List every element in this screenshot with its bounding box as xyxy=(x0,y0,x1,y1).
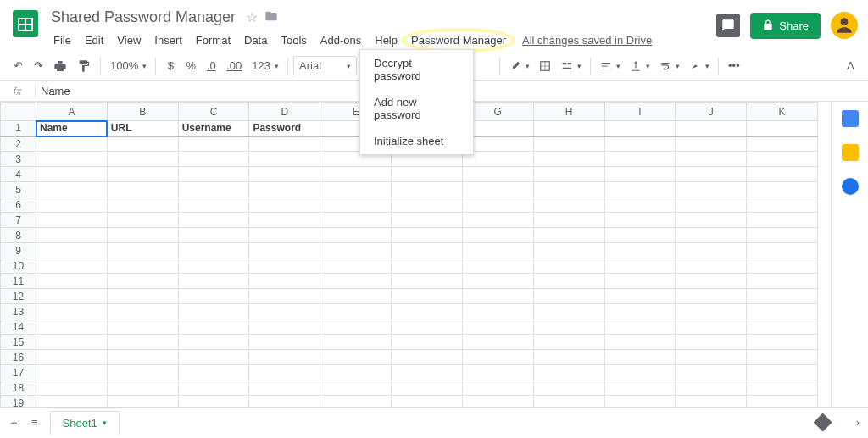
more-formats-button[interactable]: 123 xyxy=(248,56,282,75)
cell[interactable] xyxy=(107,243,178,258)
cell[interactable] xyxy=(107,167,178,182)
cell[interactable] xyxy=(249,304,320,319)
cell[interactable] xyxy=(36,197,108,213)
cell[interactable] xyxy=(462,258,533,274)
cell[interactable] xyxy=(747,197,818,213)
cell[interactable] xyxy=(249,213,320,228)
row-header[interactable]: 16 xyxy=(1,350,36,365)
sheet-tab[interactable]: Sheet1 ▾ xyxy=(50,411,120,435)
valign-button[interactable] xyxy=(626,57,654,75)
menu-addons[interactable]: Add-ons xyxy=(314,31,367,49)
zoom-select[interactable]: 100% xyxy=(106,56,150,75)
calendar-addon-icon[interactable] xyxy=(842,110,859,127)
cell[interactable] xyxy=(320,365,392,380)
cell[interactable] xyxy=(36,243,108,258)
cell[interactable] xyxy=(676,197,747,213)
cell[interactable] xyxy=(249,365,320,380)
add-sheet-button[interactable]: ＋ xyxy=(8,415,19,430)
star-icon[interactable]: ☆ xyxy=(246,9,258,25)
increase-decimal-button[interactable]: .00 xyxy=(222,56,246,75)
column-header[interactable]: J xyxy=(676,103,747,121)
cell[interactable] xyxy=(462,167,533,182)
cell[interactable] xyxy=(249,380,320,396)
font-select[interactable]: Arial ▾ xyxy=(293,56,357,75)
cell[interactable] xyxy=(36,335,108,350)
cell[interactable] xyxy=(747,228,818,243)
cell[interactable] xyxy=(107,274,178,289)
row-header[interactable]: 8 xyxy=(1,228,36,243)
cell[interactable] xyxy=(249,350,320,365)
cell[interactable] xyxy=(249,167,320,182)
cell[interactable] xyxy=(107,136,178,152)
cell[interactable] xyxy=(107,213,178,228)
row-header[interactable]: 19 xyxy=(1,396,36,408)
cell[interactable] xyxy=(249,319,320,335)
cell[interactable] xyxy=(676,258,747,274)
cell[interactable] xyxy=(604,167,676,182)
cell[interactable] xyxy=(676,152,747,167)
menu-edit[interactable]: Edit xyxy=(79,31,109,49)
cell[interactable] xyxy=(676,228,747,243)
cell[interactable] xyxy=(36,304,108,319)
cell[interactable] xyxy=(747,335,818,350)
cell[interactable] xyxy=(107,182,178,197)
cell[interactable] xyxy=(178,167,249,182)
tasks-addon-icon[interactable] xyxy=(842,178,859,195)
cell[interactable] xyxy=(747,274,818,289)
menu-password-manager[interactable]: Password Manager xyxy=(405,31,512,49)
cell[interactable] xyxy=(533,380,604,396)
cell[interactable] xyxy=(36,380,108,396)
cell[interactable] xyxy=(392,365,463,380)
cell[interactable] xyxy=(533,152,604,167)
column-header[interactable]: D xyxy=(249,103,320,121)
menu-data[interactable]: Data xyxy=(238,31,273,49)
undo-button[interactable]: ↶ xyxy=(8,56,27,75)
cell[interactable] xyxy=(604,380,676,396)
cell[interactable] xyxy=(107,258,178,274)
cell[interactable] xyxy=(676,335,747,350)
cell[interactable] xyxy=(36,319,108,335)
cell[interactable] xyxy=(107,289,178,304)
cell[interactable] xyxy=(747,258,818,274)
cell[interactable] xyxy=(747,243,818,258)
cell[interactable] xyxy=(36,350,108,365)
more-toolbar-button[interactable]: ••• xyxy=(724,56,744,75)
cell[interactable] xyxy=(249,243,320,258)
cell[interactable] xyxy=(604,319,676,335)
cell[interactable] xyxy=(392,213,463,228)
currency-button[interactable]: $ xyxy=(161,56,180,75)
cell[interactable] xyxy=(676,319,747,335)
cell[interactable] xyxy=(320,258,392,274)
cell[interactable] xyxy=(392,197,463,213)
cell[interactable] xyxy=(249,152,320,167)
cell[interactable] xyxy=(249,274,320,289)
cell[interactable] xyxy=(604,197,676,213)
cell[interactable] xyxy=(36,152,108,167)
cell[interactable] xyxy=(747,182,818,197)
row-header[interactable]: 13 xyxy=(1,304,36,319)
comments-icon[interactable] xyxy=(716,14,740,37)
cell[interactable] xyxy=(178,243,249,258)
all-sheets-button[interactable]: ≡ xyxy=(31,416,38,429)
cell[interactable] xyxy=(533,304,604,319)
share-button[interactable]: Share xyxy=(750,13,821,39)
percent-button[interactable]: % xyxy=(181,56,200,75)
menu-add-new-password[interactable]: Add new password xyxy=(360,89,473,128)
collapse-toolbar-button[interactable]: ᐱ xyxy=(847,59,860,72)
cell[interactable] xyxy=(676,396,747,408)
cell[interactable] xyxy=(604,289,676,304)
cell[interactable] xyxy=(604,152,676,167)
cell[interactable] xyxy=(462,243,533,258)
cell[interactable] xyxy=(392,182,463,197)
cell[interactable] xyxy=(462,213,533,228)
cell[interactable] xyxy=(462,274,533,289)
cell[interactable] xyxy=(320,274,392,289)
cell[interactable] xyxy=(107,350,178,365)
cell[interactable] xyxy=(747,167,818,182)
cell[interactable] xyxy=(533,182,604,197)
cell[interactable] xyxy=(178,258,249,274)
cell[interactable] xyxy=(533,228,604,243)
cell[interactable] xyxy=(249,396,320,408)
cell[interactable] xyxy=(676,350,747,365)
cell[interactable] xyxy=(320,319,392,335)
